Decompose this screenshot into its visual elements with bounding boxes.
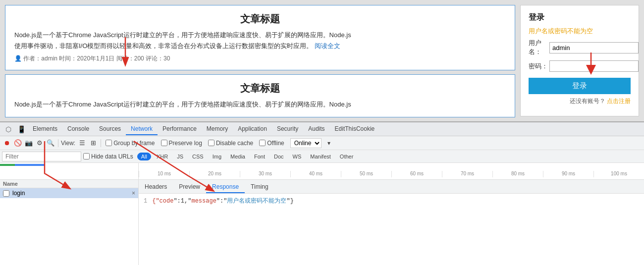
page-wrapper: 文章标题 Node.js是一个基于Chrome JavaScript运行时建立的… (0, 0, 644, 265)
device-icon[interactable]: 📱 (16, 124, 27, 135)
tick-60ms: 60 ms (391, 171, 442, 177)
detail-tab-response[interactable]: Response (206, 181, 245, 193)
filter-font-btn[interactable]: Font (251, 152, 268, 161)
article-card-2: 文章标题 Node.js是一个基于Chrome JavaScript运行时建立的… (5, 74, 515, 117)
preserve-log-checkbox[interactable] (161, 140, 167, 146)
article-body-line1: Node.js是一个基于Chrome JavaScript运行时建立的平台，用于… (14, 31, 351, 39)
search-button[interactable]: 🔍 (46, 138, 55, 148)
article-title-1: 文章标题 (14, 12, 506, 26)
request-list: Name login × (0, 180, 139, 265)
filter-manifest-btn[interactable]: Manifest (307, 152, 334, 161)
detail-tab-preview[interactable]: Preview (173, 181, 206, 193)
group-by-frame-label[interactable]: Group by frame (106, 140, 155, 147)
tab-performance[interactable]: Performance (158, 123, 202, 135)
timeline-bar-blue (15, 164, 45, 166)
detail-tab-headers[interactable]: Headers (139, 181, 173, 193)
tab-editthiscookie[interactable]: EditThisCookie (330, 123, 380, 135)
login-title: 登录 (529, 12, 631, 23)
request-checkbox[interactable] (3, 190, 9, 197)
clear-button[interactable]: 🚫 (13, 138, 23, 148)
preserve-log-label[interactable]: Preserve log (161, 140, 202, 147)
hide-data-urls-label: Hide data URLs (91, 153, 133, 160)
throttle-dropdown-icon[interactable]: ▾ (327, 140, 330, 147)
filter-js-btn[interactable]: JS (173, 152, 187, 161)
disable-cache-label[interactable]: Disable cache (208, 140, 253, 147)
separator-2 (101, 139, 101, 147)
request-close-btn[interactable]: × (132, 190, 135, 197)
inspect-icon[interactable]: ⬡ (3, 124, 14, 135)
hide-data-urls-checkbox[interactable] (83, 153, 90, 159)
tick-90ms: 90 ms (543, 171, 593, 177)
username-input[interactable] (549, 42, 639, 53)
password-field: 密码： (529, 60, 631, 72)
tab-memory[interactable]: Memory (202, 123, 233, 135)
filter-css-btn[interactable]: CSS (189, 152, 207, 161)
filter-bar: Hide data URLs All XHR JS CSS Img Media … (0, 150, 644, 163)
offline-checkbox[interactable] (259, 140, 266, 146)
view-icons: ☰ ⊞ (77, 138, 98, 148)
register-link[interactable]: 点击注册 (607, 98, 631, 105)
login-register: 还没有账号？ 点击注册 (529, 97, 631, 106)
filter-icon[interactable]: ⚙ (35, 138, 45, 148)
devtools-tabs: ⬡ 📱 Elements Console Sources Network Per… (0, 122, 644, 136)
tab-console[interactable]: Console (62, 123, 94, 135)
article-card-1: 文章标题 Node.js是一个基于Chrome JavaScript运行时建立的… (5, 5, 515, 70)
name-header: Name (0, 180, 138, 188)
article-meta-1: 👤 作者：admin 时间：2020年1月1日 阅读：200 评论：30 (14, 54, 506, 63)
separator-1 (58, 139, 58, 147)
list-view-icon[interactable]: ☰ (77, 138, 87, 148)
hide-data-urls-group: Hide data URLs (83, 153, 133, 160)
timeline-left (0, 163, 139, 179)
main-content: 文章标题 Node.js是一个基于Chrome JavaScript运行时建立的… (0, 0, 644, 121)
login-panel: 登录 用户名或密码不能为空 用户名： 密码： (520, 5, 639, 116)
login-error: 用户名或密码不能为空 (529, 27, 631, 36)
tick-20ms: 20 ms (189, 171, 240, 177)
screenshot-button[interactable]: 📷 (24, 138, 34, 148)
screenshot-view-icon[interactable]: ⊞ (88, 138, 98, 148)
line-number: 1 (144, 198, 147, 205)
response-content: 1{"code":1,"message":"用户名或密码不能为空"} (139, 194, 644, 265)
network-throttle-select[interactable]: Online (290, 138, 322, 148)
article-body-line2: 使用事件驱动，非阻塞I/O模型而得以轻量和高效，非常适合在分布式设备上运行数据密… (14, 42, 313, 50)
filter-other-btn[interactable]: Other (336, 152, 357, 161)
group-by-frame-checkbox[interactable] (106, 140, 112, 146)
detail-tab-timing[interactable]: Timing (245, 181, 274, 193)
tab-security[interactable]: Security (272, 123, 303, 135)
filter-input[interactable] (2, 152, 81, 161)
article-body-line1-2: Node.js是一个基于Chrome JavaScript运行时建立的平台，用于… (14, 101, 351, 108)
timeline-bar-green (0, 164, 15, 166)
tab-audits[interactable]: Audits (303, 123, 329, 135)
toolbar-checkboxes: Group by frame Preserve log Disable cach… (106, 138, 330, 148)
request-name: login (12, 190, 25, 197)
login-button[interactable]: 登录 (529, 78, 631, 94)
timeline: 10 ms 20 ms 30 ms 40 ms 50 ms 60 ms 70 m… (0, 163, 644, 180)
disable-cache-checkbox[interactable] (208, 140, 215, 146)
record-button[interactable]: ⏺ (2, 138, 12, 148)
filter-img-btn[interactable]: Img (209, 152, 225, 161)
tab-sources[interactable]: Sources (94, 123, 126, 135)
filter-media-btn[interactable]: Media (227, 152, 249, 161)
tick-50ms: 50 ms (341, 171, 391, 177)
password-label: 密码： (529, 62, 549, 71)
tick-70ms: 70 ms (442, 171, 492, 177)
filter-xhr-btn[interactable]: XHR (153, 152, 171, 161)
tab-application[interactable]: Application (233, 123, 272, 135)
read-more-link-1[interactable]: 阅读全文 (315, 42, 340, 50)
filter-all-btn[interactable]: All (137, 153, 151, 160)
tick-10ms: 10 ms (139, 171, 189, 177)
tick-80ms: 80 ms (492, 171, 543, 177)
devtools-toolbar: ⏺ 🚫 📷 ⚙ 🔍 View: ☰ ⊞ Group by frame Prese… (0, 136, 644, 150)
tick-30ms: 30 ms (240, 171, 290, 177)
username-field: 用户名： (529, 39, 631, 56)
tab-network[interactable]: Network (126, 123, 158, 135)
password-input[interactable] (549, 60, 639, 72)
devtools-content: Name login × Headers Preview Response Ti… (0, 180, 644, 265)
articles-area: 文章标题 Node.js是一个基于Chrome JavaScript运行时建立的… (5, 5, 515, 116)
offline-label[interactable]: Offline (259, 140, 284, 147)
article-body-1: Node.js是一个基于Chrome JavaScript运行时建立的平台，用于… (14, 30, 506, 52)
request-row-login[interactable]: login × (0, 188, 138, 198)
filter-ws-btn[interactable]: WS (289, 152, 305, 161)
meta-icons: 👤 作者：admin 时间：2020年1月1日 阅读：200 评论：30 (14, 55, 175, 62)
filter-doc-btn[interactable]: Doc (270, 152, 287, 161)
tab-elements[interactable]: Elements (28, 123, 62, 135)
